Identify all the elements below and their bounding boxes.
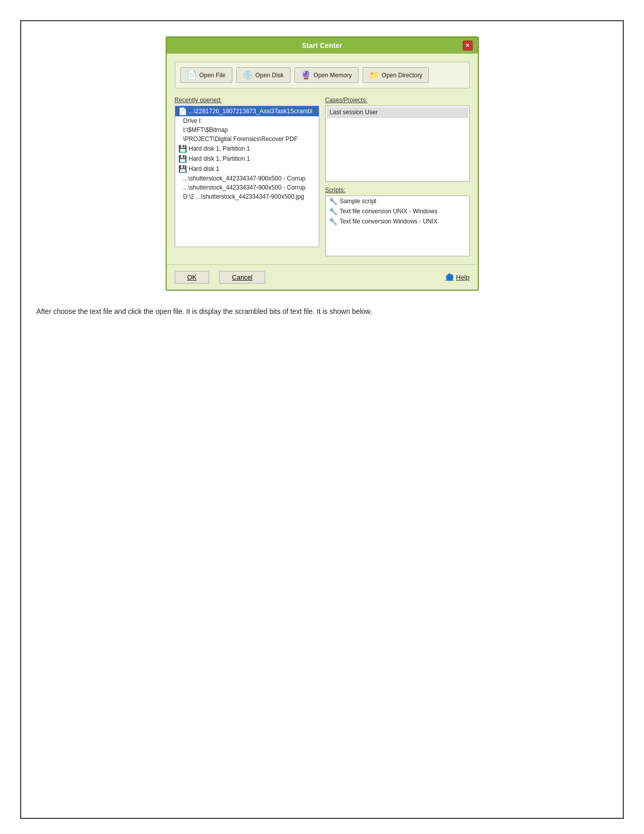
cases-box: Last session User (325, 106, 470, 181)
open-disk-button[interactable]: 💿 Open Disk (236, 67, 290, 83)
cases-header: Last session User (327, 107, 468, 118)
item-text: I:\$MFT\$Bitmap (183, 126, 228, 133)
content-area: Recently opened: 📄...\2281726_1807213873… (175, 97, 470, 256)
file-icon: 💾 (178, 165, 187, 173)
script-text: Text file conversion Windows - UNIX (340, 218, 437, 225)
help-button[interactable]: 🔵 Help (445, 273, 470, 281)
script-item[interactable]: 🔧Text file conversion UNIX - Windows (326, 206, 469, 216)
list-item[interactable]: 💾Hard disk 1, Partition 1 (175, 154, 319, 164)
item-text: D:\2 ...\shutterstock_442334347-900x500.… (183, 193, 305, 200)
item-text: ...\shutterstock_442334347-900x500 - Cor… (183, 184, 306, 191)
script-text: Text file conversion UNIX - Windows (340, 208, 437, 215)
scripts-box: 🔧Sample script🔧Text file conversion UNIX… (325, 196, 470, 256)
open-file-icon: 📄 (187, 70, 197, 80)
file-icon: 📄 (178, 107, 187, 115)
open-directory-icon: 📁 (369, 70, 379, 80)
item-text: Drive I: (183, 117, 203, 124)
list-item[interactable]: 💾Hard disk 1, Partition 1 (175, 144, 319, 154)
item-text: ...\shutterstock_442334347-900x500 - Cor… (183, 175, 306, 182)
scripts-panel: Scripts: 🔧Sample script🔧Text file conver… (325, 187, 470, 256)
list-item[interactable]: D:\2 ...\shutterstock_442334347-900x500.… (175, 192, 319, 201)
open-disk-label: Open Disk (256, 72, 284, 79)
dialog-body: 📄 Open File 💿 Open Disk 🔮 Open Memory 📁 … (167, 54, 478, 264)
script-text: Sample script (340, 198, 377, 205)
script-item[interactable]: 🔧Sample script (326, 196, 469, 206)
cases-panel: Cases/Projects: Last session User (325, 97, 470, 181)
script-icon: 🔧 (329, 207, 337, 215)
page-border: Start Center × 📄 Open File 💿 Open Disk 🔮… (20, 20, 624, 819)
close-button[interactable]: × (463, 40, 473, 51)
list-item[interactable]: Drive I: (175, 116, 319, 125)
open-memory-label: Open Memory (314, 72, 352, 79)
cancel-button[interactable]: Cancel (219, 271, 265, 284)
open-directory-label: Open Directory (382, 72, 423, 79)
left-panel: Recently opened: 📄...\2281726_1807213873… (175, 97, 319, 256)
dialog-titlebar: Start Center × (167, 37, 478, 54)
list-item[interactable]: 📄...\2281726_1807213873_Assi3Task1Scramb… (175, 106, 319, 116)
open-file-button[interactable]: 📄 Open File (180, 67, 232, 83)
script-item[interactable]: 🔧Text file conversion Windows - UNIX (326, 216, 469, 226)
cases-label: Cases/Projects: (325, 97, 470, 104)
list-item[interactable]: 💾Hard disk 1 (175, 164, 319, 174)
item-text: Hard disk 1 (189, 165, 220, 172)
scripts-label: Scripts: (325, 187, 470, 194)
recently-opened-label: Recently opened: (175, 97, 319, 104)
right-panel: Cases/Projects: Last session User Script… (325, 97, 470, 256)
open-file-label: Open File (200, 72, 226, 79)
item-text: \PROJECT\Digital Forensics\Recover PDF (183, 135, 298, 143)
dialog-footer: OK Cancel 🔵 Help (167, 264, 478, 290)
list-item[interactable]: ...\shutterstock_442334347-900x500 - Cor… (175, 183, 319, 192)
item-text: Hard disk 1, Partition 1 (189, 155, 250, 162)
help-icon: 🔵 (445, 273, 454, 281)
list-item[interactable]: ...\shutterstock_442334347-900x500 - Cor… (175, 174, 319, 183)
list-item[interactable]: I:\$MFT\$Bitmap (175, 125, 319, 134)
list-item[interactable]: \PROJECT\Digital Forensics\Recover PDF (175, 134, 319, 144)
open-disk-icon: 💿 (243, 70, 253, 80)
start-center-dialog: Start Center × 📄 Open File 💿 Open Disk 🔮… (166, 36, 479, 291)
open-memory-button[interactable]: 🔮 Open Memory (294, 67, 359, 83)
open-memory-icon: 🔮 (301, 70, 311, 80)
help-label: Help (456, 273, 470, 281)
file-icon: 💾 (178, 155, 187, 163)
ok-button[interactable]: OK (175, 271, 210, 284)
script-icon: 🔧 (329, 217, 337, 225)
toolbar: 📄 Open File 💿 Open Disk 🔮 Open Memory 📁 … (175, 62, 470, 88)
item-text: ...\2281726_1807213873_Assi3Task1Scrambl (189, 108, 313, 115)
open-directory-button[interactable]: 📁 Open Directory (363, 67, 429, 83)
item-text: Hard disk 1, Partition 1 (189, 145, 250, 152)
dialog-title: Start Center (182, 41, 463, 50)
body-text: After choose the text file and click the… (36, 306, 608, 317)
file-icon: 💾 (178, 145, 187, 153)
recently-opened-list[interactable]: 📄...\2281726_1807213873_Assi3Task1Scramb… (175, 106, 319, 247)
script-icon: 🔧 (329, 197, 337, 205)
